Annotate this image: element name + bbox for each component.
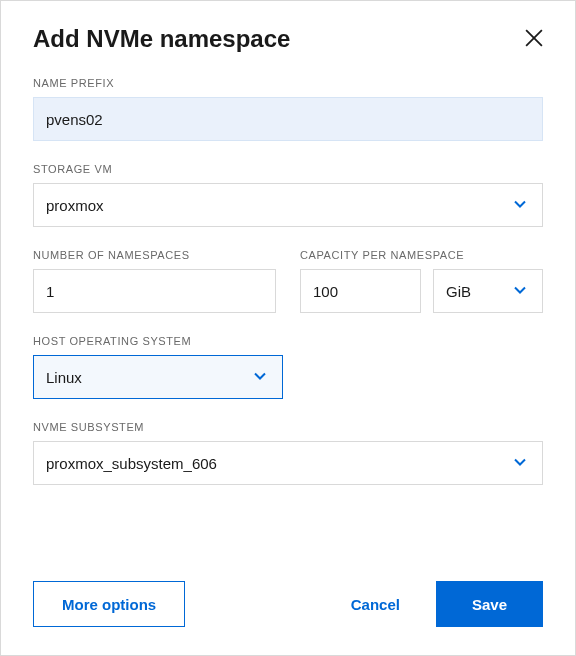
name-prefix-label: NAME PREFIX	[33, 77, 543, 89]
host-os-group: HOST OPERATING SYSTEM Linux	[33, 335, 543, 399]
storage-vm-group: STORAGE VM proxmox	[33, 163, 543, 227]
capacity-per-namespace-label: CAPACITY PER NAMESPACE	[300, 249, 543, 261]
cancel-button[interactable]: Cancel	[339, 581, 412, 627]
number-of-namespaces-input[interactable]	[33, 269, 276, 313]
name-prefix-group: NAME PREFIX	[33, 77, 543, 141]
name-prefix-input[interactable]	[33, 97, 543, 141]
chevron-down-icon	[512, 454, 528, 473]
dialog-footer: More options Cancel Save	[33, 581, 543, 627]
number-of-namespaces-label: NUMBER OF NAMESPACES	[33, 249, 276, 261]
storage-vm-value: proxmox	[46, 197, 104, 214]
storage-vm-select[interactable]: proxmox	[33, 183, 543, 227]
namespace-capacity-row: NUMBER OF NAMESPACES CAPACITY PER NAMESP…	[33, 249, 543, 313]
chevron-down-icon	[512, 196, 528, 215]
host-os-label: HOST OPERATING SYSTEM	[33, 335, 543, 347]
capacity-unit-select[interactable]: GiB	[433, 269, 543, 313]
nvme-subsystem-value: proxmox_subsystem_606	[46, 455, 217, 472]
capacity-unit-value: GiB	[446, 283, 471, 300]
capacity-value-input[interactable]	[300, 269, 421, 313]
host-os-select[interactable]: Linux	[33, 355, 283, 399]
dialog-header: Add NVMe namespace	[33, 25, 543, 53]
host-os-value: Linux	[46, 369, 82, 386]
more-options-button[interactable]: More options	[33, 581, 185, 627]
chevron-down-icon	[252, 368, 268, 387]
nvme-subsystem-group: NVME SUBSYSTEM proxmox_subsystem_606	[33, 421, 543, 485]
close-icon[interactable]	[525, 29, 543, 47]
nvme-subsystem-select[interactable]: proxmox_subsystem_606	[33, 441, 543, 485]
add-nvme-namespace-dialog: Add NVMe namespace NAME PREFIX STORAGE V…	[0, 0, 576, 656]
storage-vm-label: STORAGE VM	[33, 163, 543, 175]
save-button[interactable]: Save	[436, 581, 543, 627]
dialog-title: Add NVMe namespace	[33, 25, 290, 53]
nvme-subsystem-label: NVME SUBSYSTEM	[33, 421, 543, 433]
chevron-down-icon	[512, 282, 528, 301]
